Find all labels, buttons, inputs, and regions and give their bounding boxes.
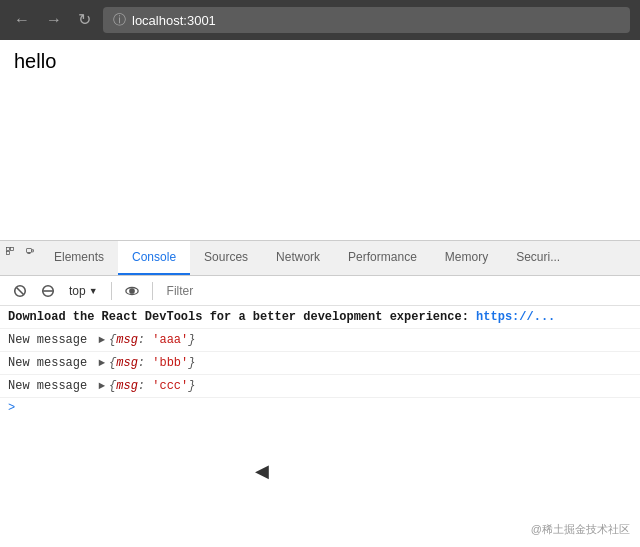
expand-arrow-1[interactable]: ► xyxy=(98,331,105,349)
log-object-1: {msg: 'aaa'} xyxy=(109,331,195,349)
svg-line-9 xyxy=(17,287,24,294)
dropdown-icon: ▼ xyxy=(89,286,98,296)
page-hello-text: hello xyxy=(14,50,56,72)
devtools-panel: Elements Console Sources Network Perform… xyxy=(0,240,640,547)
log-object-3: {msg: 'ccc'} xyxy=(109,377,195,395)
tab-elements[interactable]: Elements xyxy=(40,241,118,275)
url-text: localhost:3001 xyxy=(132,13,216,28)
console-log-line-2: New message ► {msg: 'bbb'} xyxy=(0,352,640,375)
forward-button[interactable]: → xyxy=(42,8,66,32)
clear-console-button[interactable] xyxy=(8,281,32,301)
svg-point-13 xyxy=(129,288,133,292)
svg-rect-0 xyxy=(7,248,10,251)
tab-console[interactable]: Console xyxy=(118,241,190,275)
filter-input[interactable] xyxy=(161,282,632,300)
tab-sources[interactable]: Sources xyxy=(190,241,262,275)
context-selector[interactable]: top ▼ xyxy=(64,282,103,300)
watermark: @稀土掘金技术社区 xyxy=(531,522,630,537)
element-picker-icon[interactable] xyxy=(0,241,20,261)
console-prompt: > xyxy=(0,398,640,418)
log-prefix-2: New message xyxy=(8,354,94,372)
console-react-devtools-line: Download the React DevTools for a better… xyxy=(0,306,640,329)
address-bar[interactable]: ⓘ localhost:3001 xyxy=(103,7,630,33)
svg-rect-4 xyxy=(32,250,34,253)
toolbar-divider xyxy=(111,282,112,300)
log-prefix-3: New message xyxy=(8,377,94,395)
console-log-line-1: New message ► {msg: 'aaa'} xyxy=(0,329,640,352)
log-object-2: {msg: 'bbb'} xyxy=(109,354,195,372)
svg-rect-3 xyxy=(27,249,32,253)
console-log-line-3: New message ► {msg: 'ccc'} xyxy=(0,375,640,398)
browser-toolbar: ← → ↻ ⓘ localhost:3001 xyxy=(0,0,640,40)
tab-performance[interactable]: Performance xyxy=(334,241,431,275)
react-devtools-text: Download the React DevTools for a better… xyxy=(8,308,476,326)
svg-rect-2 xyxy=(7,252,10,255)
device-icon[interactable] xyxy=(20,241,40,261)
tab-network[interactable]: Network xyxy=(262,241,334,275)
svg-rect-1 xyxy=(11,248,14,251)
block-requests-button[interactable] xyxy=(36,281,60,301)
info-icon: ⓘ xyxy=(113,11,126,29)
page-content: hello xyxy=(0,40,640,240)
devtools-toolbar: top ▼ xyxy=(0,276,640,306)
react-devtools-link[interactable]: https://... xyxy=(476,308,555,326)
log-prefix-1: New message xyxy=(8,331,94,349)
console-output: Download the React DevTools for a better… xyxy=(0,306,640,547)
eye-icon-button[interactable] xyxy=(120,281,144,301)
reload-button[interactable]: ↻ xyxy=(74,8,95,32)
tab-memory[interactable]: Memory xyxy=(431,241,502,275)
back-button[interactable]: ← xyxy=(10,8,34,32)
context-label: top xyxy=(69,284,86,298)
tab-security[interactable]: Securi... xyxy=(502,241,574,275)
expand-arrow-3[interactable]: ► xyxy=(98,377,105,395)
toolbar-divider2 xyxy=(152,282,153,300)
expand-arrow-2[interactable]: ► xyxy=(98,354,105,372)
devtools-tabs: Elements Console Sources Network Perform… xyxy=(0,241,640,276)
